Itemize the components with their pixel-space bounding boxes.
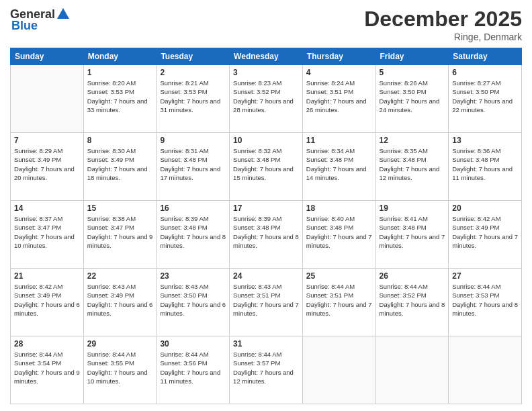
weekday-header: Tuesday	[157, 48, 230, 65]
calendar-cell: 16Sunrise: 8:39 AMSunset: 3:48 PMDayligh…	[157, 201, 230, 269]
day-number: 14	[14, 203, 80, 213]
logo: General Blue	[10, 7, 71, 33]
day-number: 24	[233, 271, 299, 281]
calendar-cell: 30Sunrise: 8:44 AMSunset: 3:56 PMDayligh…	[157, 336, 230, 404]
day-number: 11	[306, 136, 372, 145]
day-number: 29	[87, 339, 153, 349]
day-number: 15	[87, 203, 153, 213]
day-number: 12	[380, 136, 445, 145]
day-info: Sunrise: 8:44 AMSunset: 3:57 PMDaylight:…	[233, 350, 299, 385]
logo-blue-text: Blue	[11, 19, 38, 33]
calendar-cell: 5Sunrise: 8:26 AMSunset: 3:50 PMDaylight…	[375, 65, 449, 133]
day-info: Sunrise: 8:32 AMSunset: 3:48 PMDaylight:…	[233, 146, 299, 182]
weekday-header: Friday	[375, 48, 449, 65]
day-number: 21	[14, 271, 80, 281]
day-info: Sunrise: 8:21 AMSunset: 3:53 PMDaylight:…	[160, 79, 226, 114]
calendar-cell: 13Sunrise: 8:36 AMSunset: 3:48 PMDayligh…	[449, 133, 522, 201]
day-number: 30	[160, 339, 226, 349]
weekday-header: Monday	[83, 48, 157, 65]
calendar: SundayMondayTuesdayWednesdayThursdayFrid…	[10, 48, 522, 404]
day-info: Sunrise: 8:44 AMSunset: 3:55 PMDaylight:…	[87, 350, 153, 385]
calendar-week-row: 7Sunrise: 8:29 AMSunset: 3:49 PMDaylight…	[11, 133, 522, 201]
calendar-cell: 22Sunrise: 8:43 AMSunset: 3:49 PMDayligh…	[83, 269, 157, 336]
day-number: 7	[14, 136, 80, 145]
svg-marker-0	[57, 8, 69, 19]
day-info: Sunrise: 8:34 AMSunset: 3:48 PMDaylight:…	[306, 146, 372, 182]
day-info: Sunrise: 8:44 AMSunset: 3:54 PMDaylight:…	[14, 350, 80, 385]
day-info: Sunrise: 8:41 AMSunset: 3:48 PMDaylight:…	[380, 214, 445, 250]
day-info: Sunrise: 8:29 AMSunset: 3:49 PMDaylight:…	[14, 146, 80, 182]
day-number: 19	[380, 203, 445, 213]
page: General Blue December 2025 Ringe, Denmar…	[0, 0, 532, 411]
calendar-cell: 15Sunrise: 8:38 AMSunset: 3:47 PMDayligh…	[83, 201, 157, 269]
day-info: Sunrise: 8:43 AMSunset: 3:49 PMDaylight:…	[87, 282, 153, 318]
calendar-cell: 26Sunrise: 8:44 AMSunset: 3:52 PMDayligh…	[375, 269, 449, 336]
calendar-cell: 14Sunrise: 8:37 AMSunset: 3:47 PMDayligh…	[11, 201, 84, 269]
day-info: Sunrise: 8:44 AMSunset: 3:52 PMDaylight:…	[380, 282, 445, 318]
calendar-cell: 18Sunrise: 8:40 AMSunset: 3:48 PMDayligh…	[302, 201, 375, 269]
calendar-cell: 7Sunrise: 8:29 AMSunset: 3:49 PMDaylight…	[11, 133, 84, 201]
calendar-cell: 31Sunrise: 8:44 AMSunset: 3:57 PMDayligh…	[230, 336, 303, 404]
day-number: 4	[306, 68, 372, 77]
calendar-cell: 20Sunrise: 8:42 AMSunset: 3:49 PMDayligh…	[449, 201, 522, 269]
day-number: 6	[452, 68, 518, 77]
day-number: 10	[233, 136, 299, 145]
calendar-cell: 28Sunrise: 8:44 AMSunset: 3:54 PMDayligh…	[11, 336, 84, 404]
calendar-cell: 25Sunrise: 8:44 AMSunset: 3:51 PMDayligh…	[302, 269, 375, 336]
month-title: December 2025	[364, 7, 522, 32]
calendar-cell: 29Sunrise: 8:44 AMSunset: 3:55 PMDayligh…	[83, 336, 157, 404]
day-number: 3	[233, 68, 299, 77]
day-info: Sunrise: 8:36 AMSunset: 3:48 PMDaylight:…	[452, 146, 518, 182]
day-number: 9	[160, 136, 226, 145]
day-number: 26	[380, 271, 445, 281]
calendar-cell: 17Sunrise: 8:39 AMSunset: 3:48 PMDayligh…	[230, 201, 303, 269]
calendar-cell: 3Sunrise: 8:23 AMSunset: 3:52 PMDaylight…	[230, 65, 303, 133]
calendar-cell: 27Sunrise: 8:44 AMSunset: 3:53 PMDayligh…	[449, 269, 522, 336]
day-number: 5	[380, 68, 445, 77]
calendar-cell: 24Sunrise: 8:43 AMSunset: 3:51 PMDayligh…	[230, 269, 303, 336]
day-info: Sunrise: 8:35 AMSunset: 3:48 PMDaylight:…	[380, 146, 445, 182]
calendar-header-row: SundayMondayTuesdayWednesdayThursdayFrid…	[11, 48, 522, 65]
day-info: Sunrise: 8:44 AMSunset: 3:51 PMDaylight:…	[306, 282, 372, 318]
day-info: Sunrise: 8:43 AMSunset: 3:51 PMDaylight:…	[233, 282, 299, 318]
day-info: Sunrise: 8:37 AMSunset: 3:47 PMDaylight:…	[14, 214, 80, 250]
day-info: Sunrise: 8:42 AMSunset: 3:49 PMDaylight:…	[14, 282, 80, 318]
calendar-cell: 23Sunrise: 8:43 AMSunset: 3:50 PMDayligh…	[157, 269, 230, 336]
calendar-cell	[11, 65, 84, 133]
day-number: 20	[452, 203, 518, 213]
calendar-cell: 6Sunrise: 8:27 AMSunset: 3:50 PMDaylight…	[449, 65, 522, 133]
calendar-cell: 19Sunrise: 8:41 AMSunset: 3:48 PMDayligh…	[375, 201, 449, 269]
location-title: Ringe, Denmark	[364, 32, 522, 42]
day-number: 27	[452, 271, 518, 281]
header: General Blue December 2025 Ringe, Denmar…	[10, 7, 522, 42]
day-info: Sunrise: 8:38 AMSunset: 3:47 PMDaylight:…	[87, 214, 153, 250]
day-info: Sunrise: 8:39 AMSunset: 3:48 PMDaylight:…	[160, 214, 226, 250]
day-info: Sunrise: 8:40 AMSunset: 3:48 PMDaylight:…	[306, 214, 372, 250]
day-number: 1	[87, 68, 153, 77]
day-info: Sunrise: 8:20 AMSunset: 3:53 PMDaylight:…	[87, 79, 153, 114]
calendar-cell: 10Sunrise: 8:32 AMSunset: 3:48 PMDayligh…	[230, 133, 303, 201]
calendar-week-row: 21Sunrise: 8:42 AMSunset: 3:49 PMDayligh…	[11, 269, 522, 336]
calendar-cell: 21Sunrise: 8:42 AMSunset: 3:49 PMDayligh…	[11, 269, 84, 336]
weekday-header: Saturday	[449, 48, 522, 65]
title-section: December 2025 Ringe, Denmark	[364, 7, 522, 42]
calendar-cell: 2Sunrise: 8:21 AMSunset: 3:53 PMDaylight…	[157, 65, 230, 133]
day-number: 31	[233, 339, 299, 349]
day-info: Sunrise: 8:44 AMSunset: 3:56 PMDaylight:…	[160, 350, 226, 385]
day-info: Sunrise: 8:43 AMSunset: 3:50 PMDaylight:…	[160, 282, 226, 318]
day-number: 17	[233, 203, 299, 213]
logo-icon	[56, 7, 71, 21]
weekday-header: Thursday	[302, 48, 375, 65]
day-info: Sunrise: 8:31 AMSunset: 3:48 PMDaylight:…	[160, 146, 226, 182]
day-info: Sunrise: 8:23 AMSunset: 3:52 PMDaylight:…	[233, 79, 299, 114]
day-info: Sunrise: 8:39 AMSunset: 3:48 PMDaylight:…	[233, 214, 299, 250]
day-number: 28	[14, 339, 80, 349]
weekday-header: Sunday	[11, 48, 84, 65]
weekday-header: Wednesday	[230, 48, 303, 65]
day-info: Sunrise: 8:26 AMSunset: 3:50 PMDaylight:…	[380, 79, 445, 114]
day-number: 23	[160, 271, 226, 281]
day-number: 8	[87, 136, 153, 145]
calendar-cell: 9Sunrise: 8:31 AMSunset: 3:48 PMDaylight…	[157, 133, 230, 201]
calendar-cell: 1Sunrise: 8:20 AMSunset: 3:53 PMDaylight…	[83, 65, 157, 133]
calendar-week-row: 14Sunrise: 8:37 AMSunset: 3:47 PMDayligh…	[11, 201, 522, 269]
